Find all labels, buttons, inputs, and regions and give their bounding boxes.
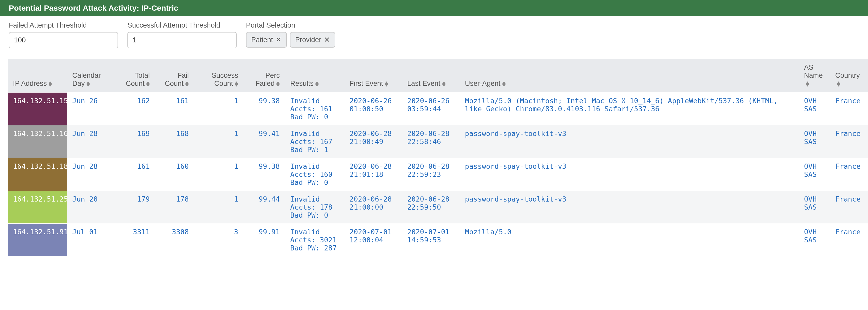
close-icon[interactable]: ✕ xyxy=(324,36,330,44)
portal-chip[interactable]: Patient✕ xyxy=(246,32,287,48)
cell-first[interactable]: 2020-06-28 21:00:49 xyxy=(344,125,402,158)
column-header-succ[interactable]: Success Count xyxy=(194,59,243,93)
cell-day[interactable]: Jun 28 xyxy=(67,125,111,158)
column-header-day[interactable]: Calendar Day xyxy=(67,59,111,93)
cell-ctry[interactable]: France xyxy=(830,93,868,125)
cell-first[interactable]: 2020-06-28 21:01:18 xyxy=(344,158,402,191)
cell-ua[interactable]: password-spay-toolkit-v3 xyxy=(460,158,799,191)
cell-ip[interactable]: 164.132.51.16 xyxy=(8,125,67,158)
table-row[interactable]: 164.132.51.25Jun 28179178199.44Invalid A… xyxy=(8,191,868,224)
sort-icon[interactable] xyxy=(146,82,150,87)
cell-succ[interactable]: 1 xyxy=(194,93,243,125)
cell-succ[interactable]: 1 xyxy=(194,158,243,191)
sort-icon[interactable] xyxy=(384,82,388,87)
table-row[interactable]: 164.132.51.15Jun 26162161199.38Invalid A… xyxy=(8,93,868,125)
sort-icon[interactable] xyxy=(315,82,319,87)
cell-res[interactable]: Invalid Accts: 3021 Bad PW: 287 xyxy=(285,224,344,256)
cell-succ[interactable]: 1 xyxy=(194,191,243,224)
cell-first[interactable]: 2020-07-01 12:00:04 xyxy=(344,224,402,256)
cell-ip[interactable]: 164.132.51.15 xyxy=(8,93,67,125)
cell-perc[interactable]: 99.38 xyxy=(243,93,285,125)
cell-ctry[interactable]: France xyxy=(830,191,868,224)
failed-threshold-input[interactable] xyxy=(9,32,118,49)
cell-day[interactable]: Jun 28 xyxy=(67,158,111,191)
cell-total[interactable]: 3311 xyxy=(111,224,155,256)
cell-fail[interactable]: 3308 xyxy=(155,224,194,256)
cell-as[interactable]: OVH SAS xyxy=(799,191,830,224)
cell-fail[interactable]: 168 xyxy=(155,125,194,158)
cell-succ[interactable]: 1 xyxy=(194,125,243,158)
cell-first[interactable]: 2020-06-26 01:00:50 xyxy=(344,93,402,125)
results-table: IP AddressCalendar DayTotal CountFail Co… xyxy=(8,59,868,256)
cell-succ[interactable]: 3 xyxy=(194,224,243,256)
panel-title: Potential Password Attack Activity: IP-C… xyxy=(0,0,868,16)
cell-res[interactable]: Invalid Accts: 178 Bad PW: 0 xyxy=(285,191,344,224)
cell-fail[interactable]: 161 xyxy=(155,93,194,125)
table-row[interactable]: 164.132.51.18Jun 28161160199.38Invalid A… xyxy=(8,158,868,191)
cell-last[interactable]: 2020-07-01 14:59:53 xyxy=(402,224,460,256)
portal-chip-label: Patient xyxy=(251,36,273,44)
sort-icon[interactable] xyxy=(49,82,52,87)
cell-last[interactable]: 2020-06-26 03:59:44 xyxy=(402,93,460,125)
column-header-ctry[interactable]: Country xyxy=(830,59,868,93)
cell-ip[interactable]: 164.132.51.25 xyxy=(8,191,67,224)
sort-icon[interactable] xyxy=(276,82,280,87)
portal-chip[interactable]: Provider✕ xyxy=(290,32,335,48)
cell-ua[interactable]: password-spay-toolkit-v3 xyxy=(460,125,799,158)
column-header-total[interactable]: Total Count xyxy=(111,59,155,93)
table-row[interactable]: 164.132.51.16Jun 28169168199.41Invalid A… xyxy=(8,125,868,158)
cell-as[interactable]: OVH SAS xyxy=(799,125,830,158)
cell-ua[interactable]: password-spay-toolkit-v3 xyxy=(460,191,799,224)
cell-day[interactable]: Jun 26 xyxy=(67,93,111,125)
cell-perc[interactable]: 99.44 xyxy=(243,191,285,224)
column-header-res[interactable]: Results xyxy=(285,59,344,93)
table-row[interactable]: 164.132.51.91Jul 0133113308399.91Invalid… xyxy=(8,224,868,256)
sort-icon[interactable] xyxy=(837,82,840,87)
sort-icon[interactable] xyxy=(86,82,90,87)
success-threshold-input[interactable] xyxy=(127,32,237,49)
cell-res[interactable]: Invalid Accts: 161 Bad PW: 0 xyxy=(285,93,344,125)
column-header-ua[interactable]: User-Agent xyxy=(460,59,799,93)
cell-day[interactable]: Jul 01 xyxy=(67,224,111,256)
cell-day[interactable]: Jun 28 xyxy=(67,191,111,224)
cell-perc[interactable]: 99.41 xyxy=(243,125,285,158)
sort-icon[interactable] xyxy=(235,82,238,87)
cell-last[interactable]: 2020-06-28 22:59:50 xyxy=(402,191,460,224)
cell-ua[interactable]: Mozilla/5.0 (Macintosh; Intel Mac OS X 1… xyxy=(460,93,799,125)
column-header-as[interactable]: AS Name xyxy=(799,59,830,93)
cell-ua[interactable]: Mozilla/5.0 xyxy=(460,224,799,256)
cell-as[interactable]: OVH SAS xyxy=(799,93,830,125)
cell-last[interactable]: 2020-06-28 22:59:23 xyxy=(402,158,460,191)
cell-as[interactable]: OVH SAS xyxy=(799,158,830,191)
cell-fail[interactable]: 178 xyxy=(155,191,194,224)
cell-ctry[interactable]: France xyxy=(830,224,868,256)
sort-icon[interactable] xyxy=(806,82,809,87)
cell-res[interactable]: Invalid Accts: 167 Bad PW: 1 xyxy=(285,125,344,158)
cell-first[interactable]: 2020-06-28 21:00:00 xyxy=(344,191,402,224)
column-header-fail[interactable]: Fail Count xyxy=(155,59,194,93)
cell-res[interactable]: Invalid Accts: 160 Bad PW: 0 xyxy=(285,158,344,191)
cell-ip[interactable]: 164.132.51.18 xyxy=(8,158,67,191)
column-header-ip[interactable]: IP Address xyxy=(8,59,67,93)
column-header-last[interactable]: Last Event xyxy=(402,59,460,93)
cell-total[interactable]: 161 xyxy=(111,158,155,191)
portal-chip-label: Provider xyxy=(295,36,321,44)
column-header-label: First Event xyxy=(349,80,383,87)
cell-perc[interactable]: 99.91 xyxy=(243,224,285,256)
close-icon[interactable]: ✕ xyxy=(276,36,282,44)
cell-as[interactable]: OVH SAS xyxy=(799,224,830,256)
column-header-first[interactable]: First Event xyxy=(344,59,402,93)
cell-total[interactable]: 179 xyxy=(111,191,155,224)
sort-icon[interactable] xyxy=(185,82,189,87)
sort-icon[interactable] xyxy=(502,82,506,87)
cell-last[interactable]: 2020-06-28 22:58:46 xyxy=(402,125,460,158)
cell-total[interactable]: 162 xyxy=(111,93,155,125)
cell-ip[interactable]: 164.132.51.91 xyxy=(8,224,67,256)
column-header-perc[interactable]: Perc Failed xyxy=(243,59,285,93)
cell-ctry[interactable]: France xyxy=(830,125,868,158)
sort-icon[interactable] xyxy=(442,82,446,87)
cell-perc[interactable]: 99.38 xyxy=(243,158,285,191)
cell-fail[interactable]: 160 xyxy=(155,158,194,191)
cell-ctry[interactable]: France xyxy=(830,158,868,191)
cell-total[interactable]: 169 xyxy=(111,125,155,158)
